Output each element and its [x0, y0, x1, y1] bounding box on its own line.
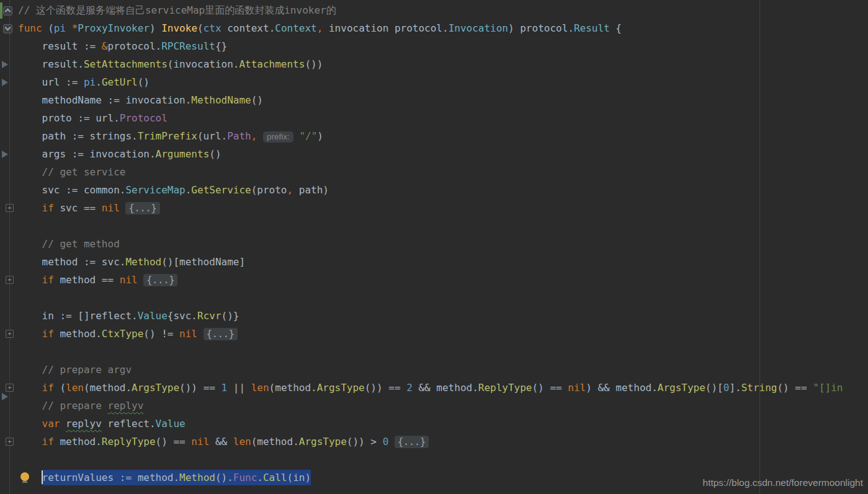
code-token [66, 22, 72, 34]
code-token: (proto [251, 184, 287, 196]
code-token: () [138, 76, 150, 88]
code-token [18, 166, 42, 178]
code-line[interactable]: func (pi *ProxyInvoker) Invoke(ctx conte… [0, 19, 868, 37]
code-token: proto := url. [18, 112, 120, 124]
code-line[interactable]: + if (len(method.ArgsType()) == 1 || len… [0, 379, 868, 397]
code-token: in := []reflect. [18, 310, 138, 322]
code-line[interactable]: // prepare replyv [0, 397, 868, 415]
code-line-text: url := pi.GetUrl() [18, 76, 150, 88]
code-token [18, 328, 42, 340]
code-token: if [42, 274, 54, 286]
code-token: svc == [54, 202, 102, 214]
code-token: method == [54, 274, 120, 286]
code-token: 0 [383, 436, 389, 448]
code-token: (method. [269, 382, 317, 394]
code-line-text: if method == nil {...} [18, 274, 177, 286]
fold-collapse-icon[interactable] [3, 6, 12, 15]
code-line-text: returnValues := method.Method().Func.Cal… [18, 472, 311, 483]
code-line[interactable]: result := &protocol.RPCResult{} [0, 37, 868, 55]
selected-text[interactable]: returnValues := method.Method().Func.Cal… [42, 472, 311, 483]
code-token: nil [568, 382, 586, 394]
fold-arrow-icon[interactable] [2, 61, 8, 68]
code-token: TrimPrefix [138, 130, 197, 142]
code-line[interactable]: // 这个函数是服务端将自己serviceMap里面的函数封装成invoker的 [0, 1, 868, 19]
code-token: protocol. [108, 40, 162, 52]
code-line[interactable]: result.SetAttachments(invocation.Attachm… [0, 55, 868, 73]
code-token: if [42, 382, 54, 394]
code-line[interactable]: // prepare argv [0, 361, 868, 379]
code-token: if [42, 328, 54, 340]
vcs-change-marker[interactable] [0, 2, 2, 19]
code-token: pi [54, 22, 66, 34]
code-token: Protocol [120, 112, 168, 124]
code-token: () == [777, 382, 813, 394]
code-token: ()) > [347, 436, 383, 448]
code-line[interactable]: proto := url.Protocol [0, 109, 868, 127]
code-token: Value [138, 310, 168, 322]
code-line[interactable]: + if method.CtxType() != nil {...} [0, 325, 868, 343]
code-line-text: // prepare argv [18, 364, 132, 376]
code-line[interactable]: methodName := invocation.MethodName() [0, 91, 868, 109]
fold-plus-icon[interactable]: + [6, 438, 14, 446]
fold-plus-icon[interactable]: + [6, 330, 14, 338]
fold-expand-icon[interactable] [3, 24, 12, 33]
code-line-text: in := []reflect.Value{svc.Rcvr()} [18, 310, 239, 322]
code-line[interactable]: url := pi.GetUrl() [0, 73, 868, 91]
code-line[interactable]: // get method [0, 235, 868, 253]
code-token: ArgsType [299, 436, 347, 448]
code-area[interactable]: // 这个函数是服务端将自己serviceMap里面的函数封装成invoker的… [0, 1, 868, 487]
code-editor[interactable]: // 这个函数是服务端将自己serviceMap里面的函数封装成invoker的… [0, 0, 868, 494]
fold-arrow-icon[interactable] [2, 151, 8, 158]
code-token: ArgsType [658, 382, 705, 394]
code-token: nil [191, 436, 209, 448]
code-token: Func [233, 472, 257, 483]
code-line[interactable]: in := []reflect.Value{svc.Rcvr()} [0, 307, 868, 325]
code-token: ( [48, 22, 54, 34]
code-line[interactable] [0, 451, 868, 469]
code-token: result. [18, 58, 84, 70]
code-token: svc := common. [18, 184, 125, 196]
code-line[interactable] [0, 343, 868, 361]
code-token [18, 418, 42, 430]
code-line[interactable]: svc := common.ServiceMap.GetService(prot… [0, 181, 868, 199]
code-line[interactable]: var replyv reflect.Value [0, 415, 868, 433]
code-line[interactable]: + if method.ReplyType() == nil && len(me… [0, 433, 868, 451]
code-line-text: if (len(method.ArgsType()) == 1 || len(m… [18, 382, 843, 394]
code-line-text [18, 292, 24, 304]
code-line[interactable]: path := strings.TrimPrefix(url.Path, pre… [0, 127, 868, 145]
code-token: ()) == [365, 382, 406, 394]
code-token: returnValues := method. [42, 472, 180, 483]
fold-plus-icon[interactable]: + [6, 204, 14, 212]
code-line[interactable]: args := invocation.Arguments() [0, 145, 868, 163]
code-token: ()[ [705, 382, 723, 394]
fold-arrow-icon[interactable] [2, 393, 8, 400]
code-line[interactable] [0, 217, 868, 235]
code-line[interactable]: + if svc == nil {...} [0, 199, 868, 217]
code-line-text: method := svc.Method()[methodName] [18, 256, 245, 268]
code-line[interactable]: + if method == nil {...} [0, 271, 868, 289]
code-token: method := svc. [18, 256, 125, 268]
code-line[interactable] [0, 289, 868, 307]
code-line[interactable]: // get service [0, 163, 868, 181]
code-token: & [102, 40, 108, 52]
code-line-text: if method.CtxType() != nil {...} [18, 328, 238, 340]
fold-arrow-icon[interactable] [2, 79, 8, 86]
code-token: Value [156, 418, 186, 430]
folded-block[interactable]: {...} [143, 274, 177, 286]
code-token: ()) == [179, 382, 221, 394]
code-token [18, 202, 42, 214]
folded-block[interactable]: {...} [204, 328, 238, 340]
folded-block[interactable]: {...} [395, 436, 429, 448]
code-token: // prepare argv [42, 364, 132, 376]
folded-block[interactable]: {...} [125, 202, 159, 214]
code-token: {svc. [168, 310, 197, 322]
code-line-text: // get service [18, 166, 125, 178]
intention-lightbulb-icon[interactable] [20, 472, 29, 481]
fold-plus-icon[interactable]: + [6, 276, 14, 284]
code-token: ( [54, 382, 66, 394]
code-token: replyv [66, 418, 102, 430]
code-line[interactable]: method := svc.Method()[methodName] [0, 253, 868, 271]
code-token: Method [179, 472, 215, 483]
code-token: ) [150, 22, 161, 34]
fold-plus-icon[interactable]: + [6, 384, 14, 392]
